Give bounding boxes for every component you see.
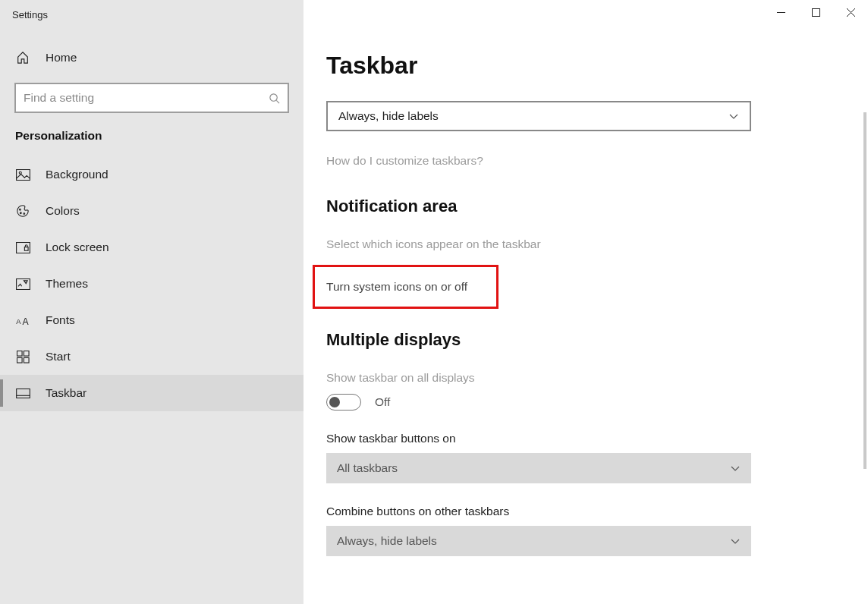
search-box[interactable]: [15, 83, 288, 112]
sidebar-item-fonts[interactable]: AA Fonts: [0, 302, 303, 338]
home-icon: [15, 50, 30, 65]
svg-point-4: [269, 93, 276, 100]
show-taskbar-all-toggle[interactable]: [326, 394, 361, 411]
content-pane: Taskbar Always, hide labels How do I cus…: [303, 29, 868, 604]
select-value: All taskbars: [337, 461, 398, 475]
chevron-down-icon: [728, 111, 739, 121]
search-input[interactable]: [16, 84, 260, 112]
sidebar-nav-list: Background Colors Lock screen: [0, 156, 303, 411]
svg-point-10: [24, 213, 25, 215]
show-buttons-on-select[interactable]: All taskbars: [326, 453, 751, 483]
themes-icon: [15, 276, 30, 291]
chevron-down-icon: [730, 536, 741, 546]
settings-window: Settings Home: [0, 0, 868, 604]
search-icon: [260, 93, 288, 104]
sidebar-item-label: Background: [46, 168, 108, 181]
svg-text:A: A: [22, 316, 29, 326]
system-icons-link[interactable]: Turn system icons on or off: [326, 280, 467, 294]
multiple-displays-heading: Multiple displays: [326, 330, 868, 350]
svg-rect-17: [24, 351, 29, 356]
svg-rect-19: [24, 357, 29, 363]
svg-rect-12: [24, 247, 28, 250]
svg-rect-16: [17, 351, 22, 356]
combine-buttons-select[interactable]: Always, hide labels: [326, 101, 751, 131]
show-taskbar-all-toggle-row: Off: [326, 394, 868, 411]
svg-point-8: [20, 209, 21, 210]
titlebar-title-area: Settings: [0, 0, 303, 29]
minimize-button[interactable]: [763, 0, 798, 24]
sidebar-item-label: Start: [46, 350, 71, 363]
close-button[interactable]: [833, 0, 868, 24]
body-area: Home Personalization Background: [0, 29, 868, 604]
titlebar-controls: [303, 0, 868, 29]
sidebar-item-label: Lock screen: [46, 241, 109, 254]
sidebar-item-colors[interactable]: Colors: [0, 193, 303, 229]
svg-rect-20: [16, 389, 30, 398]
chevron-down-icon: [730, 463, 741, 473]
sidebar-item-background[interactable]: Background: [0, 156, 303, 193]
sidebar-item-start[interactable]: Start: [0, 338, 303, 375]
show-buttons-on-label: Show taskbar buttons on: [326, 432, 868, 445]
combine-other-label: Combine buttons on other taskbars: [326, 505, 868, 518]
svg-rect-6: [16, 169, 30, 180]
sidebar-home[interactable]: Home: [0, 39, 303, 76]
maximize-button[interactable]: [798, 0, 833, 24]
combine-other-select[interactable]: Always, hide labels: [326, 526, 751, 556]
search-wrap: [0, 83, 303, 112]
sidebar-item-themes[interactable]: Themes: [0, 266, 303, 302]
scrollbar[interactable]: [863, 112, 866, 469]
select-value: Always, hide labels: [337, 534, 437, 548]
select-icons-link[interactable]: Select which icons appear on the taskbar: [326, 238, 868, 251]
sidebar-item-label: Themes: [46, 277, 88, 291]
svg-point-9: [20, 212, 21, 214]
fonts-icon: AA: [15, 313, 30, 328]
sidebar-item-label: Fonts: [46, 313, 75, 327]
svg-text:A: A: [16, 318, 21, 326]
sidebar-item-label: Colors: [46, 204, 80, 218]
help-link[interactable]: How do I customize taskbars?: [326, 154, 868, 168]
sidebar-section-title: Personalization: [0, 112, 303, 146]
sidebar-item-taskbar[interactable]: Taskbar: [0, 375, 303, 411]
toggle-state: Off: [375, 395, 390, 409]
sidebar-item-lock-screen[interactable]: Lock screen: [0, 229, 303, 266]
svg-rect-1: [812, 8, 819, 16]
titlebar: Settings: [0, 0, 868, 29]
sidebar: Home Personalization Background: [0, 29, 303, 604]
taskbar-icon: [15, 385, 30, 401]
sidebar-item-label: Taskbar: [46, 386, 86, 400]
show-taskbar-all-label: Show taskbar on all displays: [326, 371, 868, 385]
palette-icon: [15, 203, 30, 219]
svg-line-5: [276, 100, 279, 103]
app-title: Settings: [12, 9, 48, 20]
select-value: Always, hide labels: [338, 109, 439, 123]
lock-screen-icon: [15, 240, 30, 255]
sidebar-home-label: Home: [46, 51, 77, 64]
svg-rect-18: [17, 357, 22, 363]
highlighted-link-box: Turn system icons on or off: [313, 265, 498, 309]
page-title: Taskbar: [326, 52, 868, 80]
notification-area-heading: Notification area: [326, 197, 868, 216]
picture-icon: [15, 167, 30, 182]
start-icon: [15, 349, 30, 364]
svg-point-7: [19, 171, 21, 174]
